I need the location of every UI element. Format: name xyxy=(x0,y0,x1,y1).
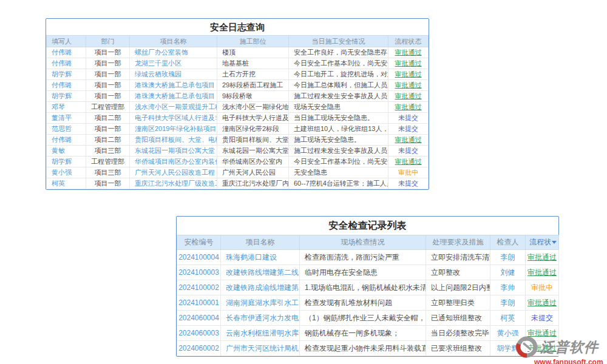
col-header-flow-sortable[interactable]: 流程状态 xyxy=(526,235,559,250)
col-header-part: 施工部位 xyxy=(217,36,289,47)
check-code-link[interactable]: 2024060002 xyxy=(177,341,221,356)
flow-status[interactable]: 审批通过 xyxy=(395,59,422,67)
check-code-link[interactable]: 2024060004 xyxy=(177,311,221,326)
writer-link[interactable]: 付伟璐 xyxy=(47,47,86,58)
inspector-link[interactable]: 柯英 xyxy=(490,311,526,326)
inspector-link[interactable]: 刘健 xyxy=(490,265,526,280)
flow-status[interactable]: 审批通过 xyxy=(395,92,422,99)
flow-status[interactable]: 审批通过 xyxy=(395,158,422,165)
dept-cell: 项目一部 xyxy=(86,69,130,80)
writer-link[interactable]: 邓琴 xyxy=(47,102,86,113)
project-link[interactable]: 广州天河人民公园改造工程 xyxy=(130,167,217,178)
inspection-cell: 检查发现起重小物件未采用料斗装载直接起... xyxy=(300,341,426,356)
check-row: 2024100003 改建铁路线增建第二线直通... 临时用电存在安全隐患 立即… xyxy=(177,265,559,280)
project-link[interactable]: 电子科技大学区域人行道及非机动车道工程 xyxy=(130,113,217,124)
writer-link[interactable]: 胡学辉 xyxy=(47,91,86,102)
part-cell: 浅水湾小区一期绿化地 xyxy=(217,102,289,113)
inspection-cell: 临时用电存在安全隐患 xyxy=(300,265,426,280)
writer-link[interactable]: 付伟璐 xyxy=(47,135,86,146)
flow-status[interactable]: 审批通过 xyxy=(527,253,557,261)
project-link[interactable]: 长春市伊通河水力发电厂改... xyxy=(221,311,300,326)
log-row: 付伟璐 项目一部 龙湖三千里小区 地基基桩 今日安全工作基本到位，尚无安全隐患.… xyxy=(47,58,429,69)
project-link[interactable]: 改建铁路成渝线增建第二直... xyxy=(221,280,300,295)
col-header-writer: 填写人 xyxy=(47,36,86,47)
project-link[interactable]: 重庆江北污水处理厂级改造工程-道路修复 xyxy=(130,178,217,189)
writer-link[interactable]: 柯英 xyxy=(47,178,86,189)
measures-cell: 立即整理归类 xyxy=(426,295,490,311)
log-row: 付伟璐 项目二部 贵阳项目样板间、大堂、电梯厅装修工程 贵阳项目样板间、大堂、.… xyxy=(47,135,429,146)
situation-cell: 土建班组10人，绿化班组13人，施工现... xyxy=(289,124,388,135)
writer-link[interactable]: 胡学辉 xyxy=(47,157,86,167)
flow-status[interactable]: 审批通过 xyxy=(395,103,422,110)
check-code-link[interactable]: 2024100004 xyxy=(177,250,221,265)
inspector-link[interactable]: 李帅 xyxy=(490,280,526,295)
writer-link[interactable]: 董清平 xyxy=(47,113,86,124)
check-row: 2024060004 长春市伊通河水力发电厂改... （1）钢筋绑扎作业三人未戴… xyxy=(177,311,559,326)
col-header-situation: 当日施工安全情况 xyxy=(289,36,388,47)
project-link[interactable]: 港珠澳大桥施工总承包项目 xyxy=(130,91,217,102)
check-row: 2024060002 广州市天河区统计局机房改... 检查发现起重小物件未采用料… xyxy=(177,341,559,356)
flow-status[interactable]: 未提交 xyxy=(398,180,418,187)
part-cell: 电子科技大学人行道及非... xyxy=(217,113,289,124)
flow-status[interactable]: 审批通过 xyxy=(527,268,557,277)
project-link[interactable]: 贵阳项目样板间、大堂、电梯厅装修工程 xyxy=(130,135,217,146)
check-code-link[interactable]: 2024100003 xyxy=(177,265,221,280)
project-link[interactable]: 螺丝厂办公室装饰 xyxy=(130,47,217,58)
project-link[interactable]: 东城花园一期项目公寓大堂 装饰工程 xyxy=(130,146,217,157)
check-code-link[interactable]: 2024100002 xyxy=(177,280,221,295)
project-link[interactable]: 绿城云栖玫瑰园 xyxy=(130,69,217,80)
sort-down-icon[interactable] xyxy=(552,241,557,244)
brand-url[interactable]: www.fanpusoft.com xyxy=(534,358,606,364)
situation-cell: 60--7挖机4台运转正常；施工人员无违章... xyxy=(289,178,388,189)
flow-status[interactable]: 未提交 xyxy=(398,114,418,121)
check-row: 2024100002 改建铁路成渝线增建第二直... 1.现场临电混乱，钢筋机械… xyxy=(177,280,559,295)
part-cell: 29标段桥面工程施工 xyxy=(217,80,289,91)
project-link[interactable]: 改建铁路线增建第二线直通... xyxy=(221,265,300,280)
part-cell: 9标段桥墩 xyxy=(217,91,289,102)
project-link[interactable]: 珠海鹤港口建设 xyxy=(221,250,300,265)
flow-status[interactable]: 审批中 xyxy=(398,169,418,176)
writer-link[interactable]: 付伟璐 xyxy=(47,58,86,69)
project-link[interactable]: 港珠澳大桥施工总承包项目 xyxy=(130,80,217,91)
check-code-link[interactable]: 2024100001 xyxy=(177,295,221,311)
project-link[interactable]: 广州市天河区统计局机房改... xyxy=(221,341,300,356)
safety-log-table: 填写人 部门 项目名称 施工部位 当日施工安全情况 流程状态 付伟璐 项目一部 … xyxy=(46,35,429,189)
situation-cell: 今日施工总体顺利，但施工人员脚面烫伤 xyxy=(289,80,388,91)
col-header-project: 项目名称 xyxy=(130,36,217,47)
col-header-inspector: 检查人 xyxy=(490,235,526,250)
flow-status[interactable]: 审批通过 xyxy=(395,70,422,78)
flow-status[interactable]: 未提交 xyxy=(398,147,418,154)
flow-status[interactable]: 审批中 xyxy=(531,283,553,292)
log-row: 胡学辉 工程管理部 华侨城项目南区办公室内装修工程 华侨城南区办公室内 今日安全… xyxy=(47,157,429,167)
writer-link[interactable]: 付伟璐 xyxy=(47,80,86,91)
inspector-link[interactable]: 李朗 xyxy=(490,250,526,265)
log-row: 黄小强 项目三部 广州天河人民公园改造工程 广州天河人民公园 无安全隐患 审批中 xyxy=(47,167,429,178)
project-link[interactable]: 云南水利枢纽潜明水库一期... xyxy=(221,326,300,341)
project-link[interactable]: 湖南洞庭湖水库引水工程施... xyxy=(221,295,300,311)
inspection-cell: 1.现场临电混乱，钢筋机械处积水未清理；2... xyxy=(300,280,426,295)
flow-status[interactable]: 审批通过 xyxy=(395,81,422,89)
writer-link[interactable]: 黄小强 xyxy=(47,167,86,178)
situation-cell: 今日安全工作基本到位，尚无安全隐患... xyxy=(289,58,388,69)
project-link[interactable]: 浅水湾小区一期景观提升工程施工 xyxy=(130,102,217,113)
dept-cell: 项目一部 xyxy=(86,91,130,102)
writer-link[interactable]: 胡学辉 xyxy=(47,69,86,80)
brand-name: 泛普软件 xyxy=(540,338,599,357)
project-link[interactable]: 龙湖三千里小区 xyxy=(130,58,217,69)
flow-status[interactable]: 未提交 xyxy=(398,125,418,132)
writer-link[interactable]: 黄敏 xyxy=(47,146,86,157)
situation-cell: 安全工作良好，尚无安全隐患存在 xyxy=(289,47,388,58)
flow-status[interactable]: 审批通过 xyxy=(395,136,422,143)
check-code-link[interactable]: 2024060003 xyxy=(177,326,221,341)
project-link[interactable]: 华侨城项目南区办公室内装修工程 xyxy=(130,157,217,167)
log-row: 范思哲 项目一部 潼南区2019年绿化补贴项目-施工2标段 潼南区绿化带2标段 … xyxy=(47,124,429,135)
flow-status[interactable]: 审批通过 xyxy=(395,49,422,56)
writer-link[interactable]: 范思哲 xyxy=(47,124,86,135)
part-cell: 广州天河人民公园 xyxy=(217,167,289,178)
inspector-link[interactable]: 李朗 xyxy=(490,295,526,311)
flow-status[interactable]: 审批通过 xyxy=(527,298,557,307)
situation-cell: 施工过程未发生安全事故及人员受伤情况 xyxy=(289,146,388,157)
flow-status[interactable]: 未提交 xyxy=(531,314,553,322)
project-link[interactable]: 潼南区2019年绿化补贴项目-施工2标段 xyxy=(130,124,217,135)
check-row: 2024100001 湖南洞庭湖水库引水工程施... 检查发现有乱堆放材料问题 … xyxy=(177,295,559,311)
